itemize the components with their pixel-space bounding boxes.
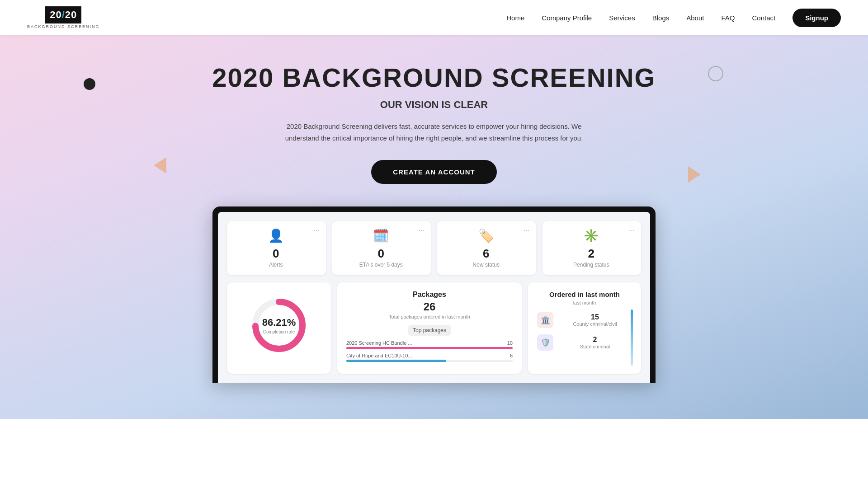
- ordered-county-num: 15: [558, 313, 632, 321]
- logo-text-2: 20: [65, 9, 77, 21]
- navbar: 20 / 20 BACKGROUND SCREENING Home Compan…: [0, 0, 868, 35]
- nav-contact[interactable]: Contact: [752, 14, 775, 22]
- packages-top-label: Top packages: [408, 325, 451, 336]
- signup-button[interactable]: Signup: [793, 9, 841, 27]
- pkg-bar-label-2: City of Hope and EC10U-10...: [346, 353, 412, 358]
- nav-links: Home Company Profile Services Blogs Abou…: [506, 9, 841, 27]
- deco-triangle-right: [688, 166, 701, 183]
- pending-status-num: 2: [551, 247, 632, 261]
- packages-sub: Total packages ordered in last month: [346, 314, 513, 319]
- ordered-state-num: 2: [558, 336, 632, 344]
- more-options-pending-status[interactable]: ···: [629, 226, 635, 235]
- pending-status-label: Pending status: [551, 262, 632, 268]
- ordered-title: Ordered in last month: [537, 291, 632, 298]
- ordered-item-1: 🏛️ 15 County criminal/civil: [537, 312, 632, 328]
- ordered-card: Ordered in last month last month 🏛️ 15 C…: [528, 282, 641, 374]
- packages-title: Packages: [346, 291, 513, 299]
- more-options-eta[interactable]: ···: [419, 226, 425, 235]
- stat-card-eta: ··· 🗓️ 0 ETA's over 5 days: [332, 221, 431, 275]
- dashboard-inner: ··· 👤 0 Alerts ··· 🗓️ 0 ETA's over 5 day…: [218, 212, 650, 383]
- logo: 20 / 20 BACKGROUND SCREENING: [27, 6, 100, 29]
- alerts-label: Alerts: [235, 262, 317, 268]
- nav-services[interactable]: Services: [609, 14, 635, 22]
- pkg-bar-fill-1: [346, 347, 513, 349]
- bottom-row: 86.21% Completion rate Packages 26 Total…: [227, 282, 641, 374]
- ordered-state-name: State criminal: [558, 344, 632, 349]
- nav-about[interactable]: About: [686, 14, 704, 22]
- donut-card: 86.21% Completion rate: [227, 282, 331, 374]
- pkg-bar-val-1: 10: [507, 340, 513, 346]
- stat-cards: ··· 👤 0 Alerts ··· 🗓️ 0 ETA's over 5 day…: [227, 221, 641, 275]
- nav-company-profile[interactable]: Company Profile: [542, 14, 592, 22]
- hero-section: 2020 BACKGROUND SCREENING OUR VISION IS …: [0, 35, 868, 419]
- stat-card-new-status: ··· 🏷️ 6 New status: [437, 221, 536, 275]
- alerts-icon: 👤: [235, 228, 317, 243]
- ordered-icon-state: 🛡️: [537, 334, 553, 351]
- stat-card-alerts: ··· 👤 0 Alerts: [227, 221, 326, 275]
- alerts-num: 0: [235, 247, 317, 261]
- nav-faq[interactable]: FAQ: [721, 14, 735, 22]
- ordered-icon-county: 🏛️: [537, 312, 553, 328]
- stat-card-pending-status: ··· ✳️ 2 Pending status: [542, 221, 642, 275]
- new-status-label: New status: [445, 262, 527, 268]
- donut-chart: 86.21% Completion rate: [250, 296, 308, 355]
- hero-body: 2020 Background Screening delivers fast,…: [276, 121, 592, 144]
- create-account-button[interactable]: CREATE AN ACCOUNT: [371, 160, 496, 184]
- packages-card: Packages 26 Total packages ordered in la…: [337, 282, 522, 374]
- hero-title: 2020 BACKGROUND SCREENING: [212, 62, 656, 93]
- eta-icon: 🗓️: [340, 228, 422, 243]
- deco-dot: [84, 78, 95, 90]
- eta-num: 0: [340, 247, 422, 261]
- more-options-alerts[interactable]: ···: [313, 226, 319, 235]
- pkg-bar-fill-2: [346, 360, 446, 362]
- more-options-new-status[interactable]: ···: [524, 226, 529, 235]
- logo-subtitle: BACKGROUND SCREENING: [27, 24, 100, 29]
- ordered-sub: last month: [537, 300, 632, 305]
- donut-label: Completion rate: [262, 329, 296, 334]
- pending-status-icon: ✳️: [551, 228, 632, 243]
- logo-slash: /: [62, 9, 65, 21]
- nav-blogs[interactable]: Blogs: [652, 14, 670, 22]
- pkg-bar-val-2: 6: [510, 353, 513, 358]
- deco-triangle-left: [154, 157, 166, 174]
- hero-subtitle: OUR VISION IS CLEAR: [380, 99, 488, 111]
- eta-label: ETA's over 5 days: [340, 262, 422, 268]
- ordered-county-name: County criminal/civil: [558, 321, 632, 327]
- nav-home[interactable]: Home: [506, 14, 524, 22]
- package-bar-2: City of Hope and EC10U-10... 6: [346, 353, 513, 362]
- deco-circle: [708, 66, 723, 81]
- package-bar-1: 2020 Screening HC Bundle ... 10: [346, 340, 513, 349]
- packages-count: 26: [346, 300, 513, 313]
- donut-percentage: 86.21%: [262, 317, 296, 328]
- new-status-icon: 🏷️: [445, 228, 527, 243]
- dashboard-frame: ··· 👤 0 Alerts ··· 🗓️ 0 ETA's over 5 day…: [212, 206, 656, 383]
- ordered-item-2: 🛡️ 2 State criminal: [537, 334, 632, 351]
- pkg-bar-label-1: 2020 Screening HC Bundle ...: [346, 340, 412, 346]
- ordered-bar-line: [631, 310, 633, 366]
- new-status-num: 6: [445, 247, 527, 261]
- logo-text-1: 20: [50, 9, 61, 21]
